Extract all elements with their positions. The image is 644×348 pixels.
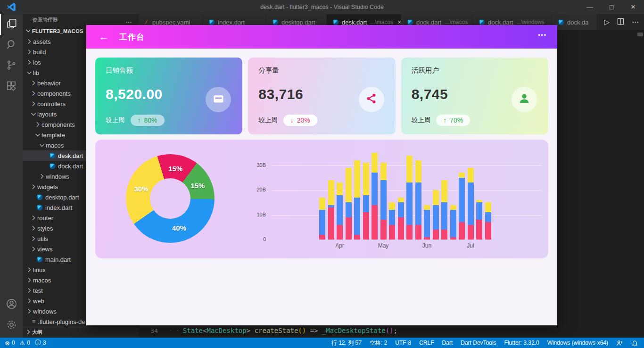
bar-12 xyxy=(424,205,430,240)
chevron-down-icon xyxy=(25,27,32,35)
feedback-icon[interactable] xyxy=(616,340,623,347)
editor-more-button[interactable]: ⋯ xyxy=(632,18,639,26)
dart-icon xyxy=(36,256,43,263)
status-item-5[interactable]: Dart DevTools xyxy=(461,340,496,346)
bar-12-top xyxy=(424,205,430,210)
bar-7 xyxy=(380,163,387,240)
delta-badge: ↑80% xyxy=(131,115,165,126)
account-icon xyxy=(6,298,17,312)
bar-13-top xyxy=(433,190,439,205)
app-header: ← 工作台 ••• xyxy=(86,25,557,49)
sidebar-item-explorer[interactable] xyxy=(0,14,23,35)
tree-item-label: components xyxy=(41,121,75,128)
bar-17-bottom xyxy=(468,225,474,240)
window-title: desk.dart - flutter3_macos - Visual Stud… xyxy=(0,4,644,10)
tree-item-label: dock.dart xyxy=(58,163,83,170)
bar-8-middle xyxy=(389,210,395,225)
bar-18-middle xyxy=(476,202,482,220)
run-button[interactable]: ▷ xyxy=(604,18,610,26)
status-item-0[interactable]: 行 12, 列 57 xyxy=(331,339,362,347)
app-title: 工作台 xyxy=(119,32,145,42)
bar-14-middle xyxy=(441,202,447,230)
bar-5-top xyxy=(363,163,369,195)
sidebar-item-search[interactable] xyxy=(0,35,23,56)
dart-icon xyxy=(208,19,215,25)
bar-3-bottom xyxy=(346,217,352,240)
bar-0-middle xyxy=(319,210,325,235)
card-title: 活跃用户 xyxy=(412,66,538,75)
scrollbar-thumb[interactable] xyxy=(637,33,643,36)
dart-icon xyxy=(36,194,43,200)
stat-card-1[interactable]: 分享量83,716较上周↓20% xyxy=(248,58,395,134)
status-item-3[interactable]: CRLF xyxy=(419,340,434,346)
share-icon xyxy=(365,92,378,107)
tree-item-label: main.dart xyxy=(45,256,71,263)
bar-0-bottom xyxy=(319,235,325,240)
split-editor-button[interactable] xyxy=(617,18,624,27)
bar-11-middle xyxy=(415,182,421,224)
bar-19 xyxy=(485,202,491,240)
status-item-7[interactable]: Windows (windows-x64) xyxy=(547,340,608,346)
status-item-6[interactable]: Flutter: 3.32.0 xyxy=(504,340,539,346)
tab-dock-da[interactable]: dock.da xyxy=(552,14,597,30)
sidebar-item-extensions[interactable] xyxy=(0,76,23,97)
bar-5 xyxy=(363,163,369,240)
x-tick-Apr: Apr xyxy=(330,242,350,249)
stat-card-2[interactable]: 活跃用户8,745较上周↑70% xyxy=(401,58,548,134)
arrow-up-icon: ↑ xyxy=(443,116,446,124)
settings-button[interactable] xyxy=(0,315,23,336)
tree-item-label: linux xyxy=(33,266,46,273)
bar-2-top xyxy=(337,182,343,195)
error-icon: ⊗ xyxy=(5,340,10,347)
card-icon-circle xyxy=(512,87,537,112)
maximize-button[interactable]: □ xyxy=(601,0,622,14)
card-icon-circle xyxy=(359,87,384,112)
bar-7-top xyxy=(380,163,387,180)
minimize-button[interactable]: — xyxy=(579,0,601,14)
tab-description: ...\macos xyxy=(445,19,468,25)
card-icon-circle xyxy=(206,87,231,112)
status-item-2[interactable]: UTF-8 xyxy=(395,340,411,346)
status-info[interactable]: ⓘ3 xyxy=(35,339,46,347)
bell-icon[interactable] xyxy=(631,340,638,347)
status-item-4[interactable]: Dart xyxy=(442,340,453,346)
close-button[interactable]: × xyxy=(622,0,644,14)
tree-item-label: macos xyxy=(33,277,51,284)
bar-17 xyxy=(468,168,474,240)
stat-cards-row: 日销售额8,520.00较上周↑80%分享量83,716较上周↓20%活跃用户8… xyxy=(95,58,548,134)
tree-item-label: behavior xyxy=(37,80,61,87)
card-title: 日销售额 xyxy=(106,66,232,75)
bar-14-bottom xyxy=(441,230,447,240)
chart-panel: 15%15%40%30% 010B20B30BAprMayJunJul xyxy=(95,140,548,258)
tree-item-label: desktop.dart xyxy=(45,194,79,201)
search-icon xyxy=(6,39,17,52)
bar-chart: 010B20B30BAprMayJunJul xyxy=(95,140,548,258)
chevron-right-icon xyxy=(25,328,32,337)
bar-16-bottom xyxy=(459,222,465,240)
tree-item-label: template xyxy=(41,132,65,139)
status-bar: ⊗0⚠0ⓘ3 行 12, 列 57空格: 2UTF-8CRLFDartDart … xyxy=(0,338,644,348)
code-line: 34 ··State<MacDesktop> createState() => … xyxy=(139,324,644,337)
back-button[interactable]: ← xyxy=(99,31,109,43)
explorer-more-button[interactable]: … xyxy=(125,17,132,24)
app-header-more-button[interactable]: ••• xyxy=(538,32,547,38)
dart-icon xyxy=(36,204,43,211)
bar-19-top xyxy=(485,202,491,212)
bar-1-bottom xyxy=(328,207,334,240)
status-warning[interactable]: ⚠0 xyxy=(20,340,30,347)
dart-icon xyxy=(49,163,56,169)
stat-card-0[interactable]: 日销售额8,520.00较上周↑80% xyxy=(95,58,242,134)
bar-4 xyxy=(354,160,360,240)
account-button[interactable] xyxy=(0,294,23,315)
status-item-1[interactable]: 空格: 2 xyxy=(370,339,387,347)
sidebar-item-source-control[interactable] xyxy=(0,56,23,76)
outline-section[interactable]: 大纲 xyxy=(23,327,139,337)
tree-item-label: test xyxy=(33,287,43,294)
bar-6-bottom xyxy=(372,205,378,240)
status-error[interactable]: ⊗0 xyxy=(5,340,15,347)
tree-item-label: macos xyxy=(46,142,64,149)
bar-3 xyxy=(346,168,352,240)
x-tick-Jul: Jul xyxy=(460,242,481,249)
bar-16 xyxy=(459,173,465,240)
bar-2-middle xyxy=(337,195,343,225)
